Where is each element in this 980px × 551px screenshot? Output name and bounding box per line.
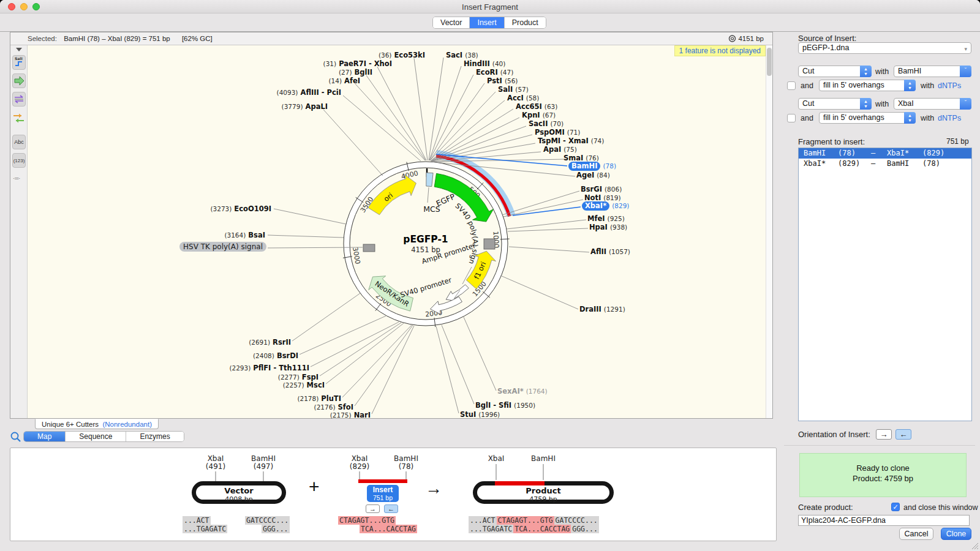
cancel-button[interactable]: Cancel bbox=[899, 528, 933, 540]
map-vertical-scrollbar[interactable] bbox=[766, 45, 772, 418]
dialog-tab-row: Vector Insert Product bbox=[0, 13, 980, 32]
insert-site1-pos: (829) bbox=[341, 462, 378, 471]
numbering-tool-button[interactable]: (123) bbox=[12, 153, 26, 168]
window-title: Insert Fragment bbox=[0, 2, 980, 12]
site-label-sali[interactable]: SalI (57) bbox=[498, 85, 529, 94]
site-label-draiii[interactable]: DraIII (1291) bbox=[579, 305, 625, 313]
site-label-rsrii[interactable]: (2691) RsrII bbox=[227, 338, 291, 347]
site-label-acci[interactable]: AccI (58) bbox=[507, 94, 539, 102]
close-window-checkbox[interactable]: ✓ bbox=[891, 503, 900, 511]
product-insert-segment bbox=[495, 481, 545, 485]
cut1-enzyme-select[interactable]: BamHIˇ bbox=[894, 66, 971, 77]
product-site2-name: BamHI bbox=[525, 454, 562, 463]
site-label-tspmi-xmai[interactable]: TspMI - XmaI (74) bbox=[538, 137, 604, 145]
site-label-afei[interactable]: (14) AfeI bbox=[245, 77, 360, 85]
site-label-saci[interactable]: SacI (38) bbox=[446, 51, 478, 59]
orientation-reverse-button[interactable]: ← bbox=[895, 429, 911, 440]
chevron-down-icon: ˇ bbox=[960, 66, 971, 77]
tab-map[interactable]: Map bbox=[24, 432, 66, 441]
tab-product[interactable]: Product bbox=[505, 17, 546, 28]
site-label-ecoo109i[interactable]: (3273) EcoO109I bbox=[196, 204, 271, 213]
site-label-kpni[interactable]: KpnI (67) bbox=[522, 111, 556, 119]
site-label-paer7i-xhoi[interactable]: (31) PaeR7I - XhoI bbox=[270, 59, 392, 68]
vector-site1-pos: (491) bbox=[197, 462, 234, 471]
enzyme-cut-tool-button[interactable]: SalI bbox=[12, 55, 26, 70]
site-label-pflfi-tth111i[interactable]: (2293) PflFI - Tth111I bbox=[227, 364, 309, 372]
insert-badge: Insert 751 bp bbox=[367, 485, 399, 502]
insert-orientation-forward-mini[interactable]: → bbox=[366, 504, 380, 513]
site-label-msci[interactable]: (2257) MscI bbox=[270, 381, 325, 389]
resize-grip[interactable] bbox=[970, 541, 979, 550]
orientation-forward-button[interactable]: → bbox=[876, 429, 892, 440]
site-label-fspi[interactable]: (2277) FspI bbox=[263, 373, 318, 381]
cut2-action-select[interactable]: Cut▲▼ bbox=[798, 98, 872, 110]
site-label-bsrdi[interactable]: (2408) BsrDI bbox=[233, 351, 298, 360]
tab-sequence[interactable]: Sequence bbox=[66, 432, 126, 441]
label-abc-tool-button[interactable]: Abc bbox=[12, 135, 26, 149]
site-label-acc65i[interactable]: Acc65I (63) bbox=[516, 102, 557, 111]
feature-label-hsv-tk-polya[interactable]: HSV TK poly(A) signal bbox=[169, 242, 266, 251]
plasmid-map-canvas[interactable] bbox=[28, 45, 766, 418]
site-label-sexai[interactable]: SexAI* (1764) bbox=[497, 387, 548, 395]
cut1-fill-select[interactable]: fill in 5' overhangs▲▼ bbox=[819, 80, 916, 91]
site-label-hindiii[interactable]: HindIII (40) bbox=[464, 59, 505, 68]
view-mode-tabs: Map Sequence Enzymes bbox=[23, 431, 184, 442]
zoom-search-icon[interactable] bbox=[10, 431, 22, 443]
source-of-insert-label: Source of Insert: bbox=[798, 34, 856, 43]
tab-vector[interactable]: Vector bbox=[433, 17, 470, 28]
site-label-apali[interactable]: (3779) ApaLI bbox=[233, 102, 328, 111]
site-label-stui[interactable]: StuI (1996) bbox=[460, 410, 500, 419]
tab-enzymes[interactable]: Enzymes bbox=[126, 432, 183, 441]
cut2-dntps-link[interactable]: dNTPs bbox=[938, 114, 961, 122]
stepper-icon: ▲▼ bbox=[904, 112, 916, 124]
cut1-action-select[interactable]: Cut▲▼ bbox=[798, 66, 872, 77]
site-label-pspomi[interactable]: PspOMI (71) bbox=[535, 128, 580, 137]
site-label-bgli-sfii[interactable]: BglI - SfiI (1950) bbox=[475, 401, 535, 410]
source-of-insert-select[interactable]: pEGFP-1.dna ▾ bbox=[798, 42, 971, 54]
translation-tool-button[interactable] bbox=[12, 92, 26, 107]
site-label-bsai[interactable]: (3164) BsaI bbox=[202, 231, 265, 239]
feature-arrow-tool-button[interactable] bbox=[12, 73, 26, 88]
result-arrow: → bbox=[425, 479, 442, 498]
cut2-fill-select[interactable]: fill in 5' overhangs▲▼ bbox=[819, 112, 916, 124]
site-label-psti[interactable]: PstI (56) bbox=[487, 77, 518, 85]
feature-hidden-notice[interactable]: 1 feature is not displayed bbox=[674, 45, 766, 56]
ready-status-box: Ready to clone Product: 4759 bp bbox=[799, 453, 967, 497]
site-label-agei[interactable]: AgeI (84) bbox=[576, 171, 610, 179]
site-label-aflii[interactable]: AflII (1057) bbox=[590, 247, 630, 256]
site-label-xbai-selected[interactable]: XbaI* (829) bbox=[582, 201, 629, 210]
insert-orientation-reverse-mini[interactable]: ← bbox=[384, 504, 398, 513]
site-label-eco53ki[interactable]: (36) Eco53kI bbox=[306, 51, 425, 59]
site-label-smai[interactable]: SmaI (76) bbox=[564, 154, 599, 162]
product-filename-input[interactable] bbox=[798, 515, 970, 526]
ruler-tool-icon[interactable]: ·═· bbox=[13, 175, 20, 181]
clone-button[interactable]: Clone bbox=[941, 528, 971, 540]
site-label-nari[interactable]: (2175) NarI bbox=[315, 411, 371, 419]
site-label-bsrgi[interactable]: BsrGI (806) bbox=[581, 185, 622, 193]
site-label-afliii-pcii[interactable]: (4093) AflIII - PciI bbox=[233, 88, 341, 97]
primer-arrows-tool-button[interactable] bbox=[12, 111, 26, 126]
site-label-bamhi-selected[interactable]: BamHI (78) bbox=[568, 162, 616, 170]
cut1-dntps-link[interactable]: dNTPs bbox=[938, 81, 961, 90]
plasmid-size-indicator: 4151 bp bbox=[728, 32, 764, 45]
cut2-enzyme-select[interactable]: XbaIˇ bbox=[894, 98, 971, 110]
cut1-fill-checkbox[interactable] bbox=[787, 81, 796, 90]
site-label-apai[interactable]: ApaI (75) bbox=[543, 145, 577, 154]
site-label-sfoi[interactable]: (2176) SfoI bbox=[300, 403, 353, 411]
site-label-ecori[interactable]: EcoRI (47) bbox=[476, 68, 513, 77]
site-label-hpai[interactable]: HpaI (938) bbox=[589, 223, 627, 231]
tab-insert[interactable]: Insert bbox=[470, 17, 504, 28]
fragment-list[interactable]: BamHI(78)–XbaI*(829) XbaI*(829)–BamHI(78… bbox=[798, 148, 972, 421]
collapse-toolbar-icon[interactable] bbox=[16, 48, 22, 51]
site-label-noti[interactable]: NotI (819) bbox=[584, 193, 621, 202]
title-bar: Insert Fragment bbox=[0, 0, 980, 13]
site-label-mfei[interactable]: MfeI (925) bbox=[587, 214, 625, 223]
product-seq-bottom: ...TGAGATCTCA...CACCTAGGGG... bbox=[469, 525, 599, 533]
fragment-row-selected[interactable]: BamHI(78)–XbaI*(829) bbox=[799, 148, 971, 159]
cutters-filter-tab[interactable]: Unique 6+ Cutters (Nonredundant) bbox=[35, 419, 159, 429]
cut2-fill-checkbox[interactable] bbox=[787, 114, 796, 122]
site-label-bglii[interactable]: (27) BglII bbox=[257, 68, 372, 77]
site-label-pluti[interactable]: (2178) PluTI bbox=[282, 394, 341, 403]
fragment-row[interactable]: XbaI*(829)–BamHI(78) bbox=[799, 159, 971, 169]
site-label-sacii[interactable]: SacII (70) bbox=[529, 119, 564, 128]
